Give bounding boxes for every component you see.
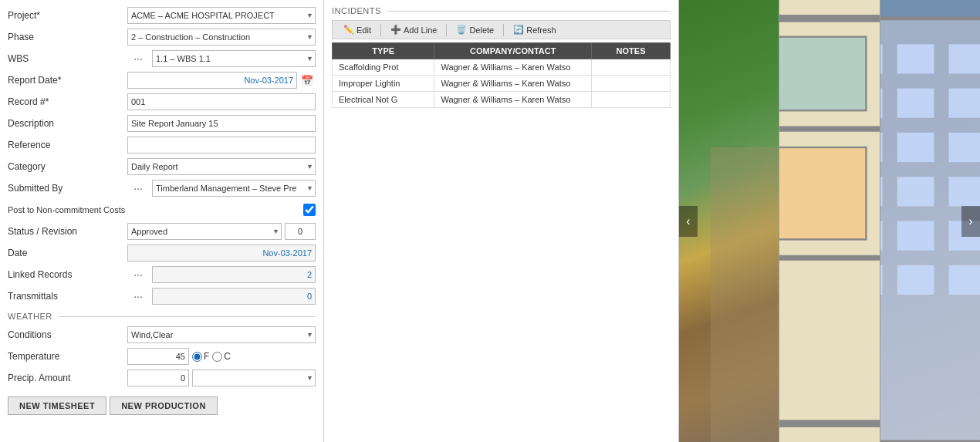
- svg-rect-23: [948, 89, 980, 118]
- transmittals-dots-button[interactable]: ···: [127, 288, 149, 305]
- delete-icon: 🗑️: [456, 25, 467, 35]
- temp-f-radio[interactable]: [192, 352, 202, 362]
- post-row: Post to Non-commitment Costs: [8, 201, 316, 219]
- report-date-input[interactable]: [127, 72, 297, 89]
- photos-prev-button[interactable]: ‹: [679, 206, 698, 237]
- conditions-select[interactable]: Wind,Clear: [127, 326, 316, 343]
- temp-c-radio[interactable]: [212, 352, 222, 362]
- category-select[interactable]: Daily Report: [127, 158, 316, 175]
- form-panel: Project* ACME – ACME HOSPITAL PROJECT ▼ …: [0, 0, 324, 442]
- svg-rect-31: [897, 221, 934, 251]
- reference-row: Reference: [8, 136, 316, 154]
- svg-rect-26: [948, 133, 980, 162]
- table-row[interactable]: Electrical Not G Wagner & Williams – Kar…: [333, 92, 671, 108]
- wbs-row: WBS ··· 1.1 – WBS 1.1 ▼: [8, 49, 316, 68]
- linked-records-row: Linked Records ···: [8, 265, 316, 284]
- phase-label: Phase: [8, 32, 127, 42]
- incidents-table: TYPE COMPANY/CONTACT NOTES Scaffolding P…: [332, 42, 671, 108]
- refresh-button[interactable]: 🔄 Refresh: [507, 23, 563, 36]
- bottom-buttons: NEW TIMESHEET NEW PRODUCTION: [8, 396, 316, 415]
- incident-notes-cell: [592, 59, 671, 76]
- svg-rect-30: [880, 221, 883, 251]
- svg-rect-15: [779, 147, 866, 239]
- precip-unit-select[interactable]: [192, 369, 316, 386]
- description-input[interactable]: [127, 115, 316, 132]
- svg-rect-28: [897, 177, 934, 206]
- category-row: Category Daily Report ▼: [8, 157, 316, 176]
- photo-2: [779, 0, 879, 442]
- incidents-toolbar: ✏️ Edit ➕ Add Line 🗑️ Delete 🔄 Refresh: [332, 20, 671, 39]
- toolbar-sep-2: [446, 24, 447, 36]
- transmittals-input[interactable]: [152, 288, 316, 305]
- reference-label: Reference: [8, 140, 127, 150]
- incident-company-cell: Wagner & Williams – Karen Watso: [434, 76, 592, 92]
- col-notes-header: NOTES: [592, 43, 671, 59]
- svg-rect-34: [897, 265, 934, 295]
- svg-rect-18: [880, 44, 883, 73]
- table-row[interactable]: Improper Lightin Wagner & Williams – Kar…: [333, 76, 671, 92]
- category-label: Category: [8, 161, 127, 172]
- description-row: Description: [8, 114, 316, 133]
- record-input[interactable]: [127, 93, 316, 110]
- refresh-icon: 🔄: [513, 25, 524, 35]
- incidents-divider: [387, 11, 671, 12]
- reference-input[interactable]: [127, 137, 316, 154]
- add-icon: ➕: [390, 25, 401, 35]
- svg-rect-24: [880, 133, 883, 162]
- svg-rect-22: [897, 89, 934, 118]
- wbs-label: WBS: [8, 53, 127, 64]
- table-row[interactable]: Scaffolding Prot Wagner & Williams – Kar…: [333, 59, 671, 76]
- revision-input[interactable]: [285, 223, 316, 240]
- temperature-input[interactable]: [127, 348, 189, 365]
- transmittals-label: Transmittals: [8, 291, 127, 302]
- conditions-label: Conditions: [8, 329, 127, 340]
- incident-company-cell: Wagner & Williams – Karen Watso: [434, 92, 592, 108]
- wbs-dots-button[interactable]: ···: [127, 50, 149, 67]
- linked-records-label: Linked Records: [8, 269, 127, 280]
- phase-row: Phase 2 – Construction – Construction ▼: [8, 28, 316, 46]
- post-label: Post to Non-commitment Costs: [8, 205, 127, 214]
- incidents-table-header: TYPE COMPANY/CONTACT NOTES: [333, 43, 671, 59]
- incident-notes-cell: [592, 92, 671, 108]
- date-label: Date: [8, 248, 127, 258]
- svg-rect-33: [880, 265, 883, 295]
- wbs-select[interactable]: 1.1 – WBS 1.1: [152, 50, 316, 67]
- new-production-button[interactable]: NEW PRODUCTION: [110, 396, 218, 415]
- col-company-header: COMPANY/CONTACT: [434, 43, 592, 59]
- report-date-calendar-button[interactable]: 📅: [299, 72, 316, 89]
- svg-rect-19: [897, 44, 934, 73]
- submitted-by-select[interactable]: Timberland Management – Steve Pre: [152, 180, 316, 197]
- submitted-by-row: Submitted By ··· Timberland Management –…: [8, 179, 316, 197]
- precip-label: Precip. Amount: [8, 373, 127, 383]
- project-row: Project* ACME – ACME HOSPITAL PROJECT ▼: [8, 6, 316, 25]
- report-date-row: Report Date* 📅: [8, 71, 316, 89]
- svg-rect-12: [779, 37, 866, 111]
- project-select[interactable]: ACME – ACME HOSPITAL PROJECT: [127, 7, 316, 24]
- edit-button[interactable]: ✏️ Edit: [337, 23, 377, 36]
- submitted-by-dots-button[interactable]: ···: [127, 180, 149, 197]
- phase-select[interactable]: 2 – Construction – Construction: [127, 29, 316, 46]
- incidents-header: INCIDENTS: [332, 6, 671, 15]
- incident-type-cell: Improper Lightin: [333, 76, 434, 92]
- temp-c-label[interactable]: C: [212, 351, 231, 362]
- temp-f-label[interactable]: F: [192, 351, 209, 362]
- record-label: Record #*: [8, 96, 127, 107]
- linked-records-input[interactable]: [152, 266, 316, 283]
- linked-records-dots-button[interactable]: ···: [127, 266, 149, 283]
- temperature-label: Temperature: [8, 351, 127, 362]
- record-row: Record #*: [8, 93, 316, 111]
- new-timesheet-button[interactable]: NEW TIMESHEET: [8, 396, 106, 415]
- add-line-button[interactable]: ➕ Add Line: [384, 23, 443, 36]
- post-checkbox[interactable]: [303, 204, 316, 216]
- svg-rect-35: [948, 265, 980, 295]
- status-label: Status / Revision: [8, 226, 127, 237]
- precip-input[interactable]: [127, 369, 189, 386]
- photos-next-button[interactable]: ›: [961, 206, 980, 237]
- date-input[interactable]: [127, 245, 316, 261]
- temperature-row: Temperature F C: [8, 347, 316, 366]
- status-select[interactable]: Approved: [127, 223, 282, 240]
- weather-section: WEATHER: [8, 312, 316, 321]
- delete-button[interactable]: 🗑️ Delete: [450, 23, 500, 36]
- transmittals-row: Transmittals ···: [8, 287, 316, 305]
- col-type-header: TYPE: [333, 43, 434, 59]
